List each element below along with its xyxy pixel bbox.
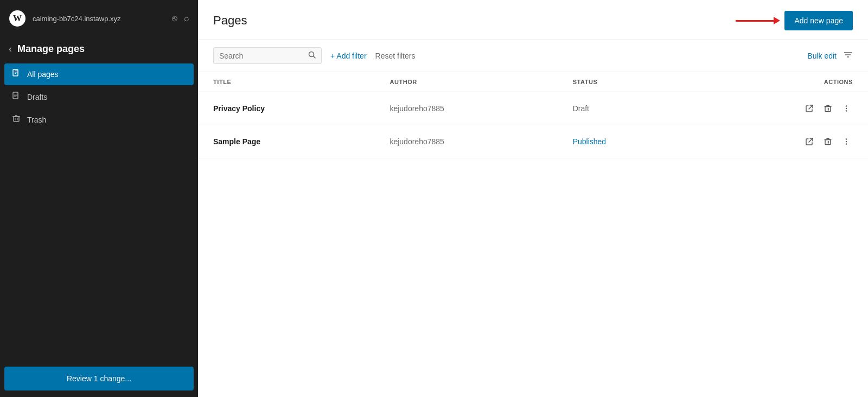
- table-row: Sample Page kejudoreho7885 Published: [198, 125, 868, 158]
- main-content: Pages Add new page + Add fi: [198, 0, 868, 397]
- sidebar-item-drafts[interactable]: Drafts: [4, 86, 194, 108]
- svg-rect-3: [15, 71, 17, 71]
- search-icon[interactable]: ⌕: [184, 14, 189, 23]
- col-status: STATUS: [558, 72, 695, 92]
- svg-text:W: W: [13, 14, 22, 23]
- red-arrow-annotation: [736, 17, 780, 24]
- sidebar: W calming-bb7c24.instawp.xyz ⎋ ⌕ ‹ Manag…: [0, 0, 198, 397]
- row-actions-0: [695, 92, 868, 125]
- more-btn-1[interactable]: [840, 135, 853, 148]
- col-title: TITLE: [198, 72, 374, 92]
- row-author-0: kejudoreho7885: [374, 92, 557, 125]
- site-url: calming-bb7c24.instawp.xyz: [33, 15, 165, 23]
- pages-icon: [11, 69, 22, 80]
- trash-icon: [11, 114, 22, 125]
- svg-point-35: [846, 138, 847, 139]
- all-pages-label: All pages: [27, 70, 59, 79]
- svg-rect-30: [825, 140, 831, 145]
- search-magnifier-icon: [308, 51, 316, 60]
- sidebar-header: W calming-bb7c24.instawp.xyz ⎋ ⌕: [0, 0, 198, 37]
- pages-table: TITLE AUTHOR STATUS ACTIONS Privacy Poli…: [198, 72, 868, 158]
- svg-rect-10: [14, 117, 19, 121]
- review-changes-button[interactable]: Review 1 change...: [4, 367, 194, 390]
- add-filter-button[interactable]: + Add filter: [330, 52, 367, 60]
- drafts-label: Drafts: [27, 93, 47, 101]
- svg-line-29: [809, 138, 813, 142]
- toolbar-right: Bulk edit: [807, 50, 853, 62]
- page-title: Pages: [213, 14, 247, 28]
- row-actions-1: [695, 125, 868, 158]
- svg-point-28: [846, 110, 847, 111]
- external-link-btn-0[interactable]: [803, 102, 816, 115]
- filter-icon[interactable]: [843, 50, 853, 62]
- external-link-icon[interactable]: ⎋: [172, 14, 177, 23]
- svg-rect-21: [825, 107, 831, 112]
- svg-line-16: [314, 56, 316, 59]
- sidebar-item-trash[interactable]: Trash: [4, 109, 194, 131]
- search-input[interactable]: [219, 52, 304, 60]
- row-author-1: kejudoreho7885: [374, 125, 557, 158]
- more-btn-0[interactable]: [840, 102, 853, 115]
- main-inner: Pages Add new page + Add fi: [198, 0, 868, 397]
- svg-rect-9: [14, 97, 16, 97]
- sidebar-title: Manage pages: [17, 43, 85, 55]
- arrow-head: [774, 17, 780, 24]
- back-button[interactable]: ‹: [9, 43, 12, 55]
- svg-point-36: [846, 141, 847, 142]
- col-actions: ACTIONS: [695, 72, 868, 92]
- add-new-page-button[interactable]: Add new page: [784, 11, 853, 30]
- sidebar-nav: All pages Drafts: [0, 63, 198, 360]
- page-header: Pages Add new page: [198, 0, 868, 40]
- sidebar-item-all-pages[interactable]: All pages: [4, 63, 194, 85]
- col-author: AUTHOR: [374, 72, 557, 92]
- external-link-btn-1[interactable]: [803, 135, 816, 148]
- svg-rect-2: [13, 69, 18, 76]
- row-status-1: Published: [558, 125, 695, 158]
- svg-point-27: [846, 108, 847, 109]
- drafts-icon: [11, 92, 22, 103]
- add-btn-wrapper: Add new page: [736, 11, 853, 30]
- table-header: TITLE AUTHOR STATUS ACTIONS: [198, 72, 868, 92]
- row-status-0: Draft: [558, 92, 695, 125]
- wordpress-logo: W: [9, 10, 26, 27]
- search-box[interactable]: [213, 47, 322, 64]
- svg-rect-4: [15, 72, 17, 73]
- delete-btn-1[interactable]: [821, 135, 834, 148]
- toolbar: + Add filter Reset filters Bulk edit: [198, 40, 868, 72]
- sidebar-title-row: ‹ Manage pages: [0, 37, 198, 63]
- header-icons: ⎋ ⌕: [172, 14, 189, 23]
- svg-rect-8: [14, 95, 17, 96]
- arrow-shaft: [736, 20, 774, 22]
- trash-label: Trash: [27, 116, 46, 124]
- delete-btn-0[interactable]: [821, 102, 834, 115]
- row-title-1: Sample Page: [198, 125, 374, 158]
- svg-rect-5: [15, 73, 16, 74]
- table-body: Privacy Policy kejudoreho7885 Draft: [198, 92, 868, 158]
- table-row: Privacy Policy kejudoreho7885 Draft: [198, 92, 868, 125]
- svg-line-20: [809, 105, 813, 109]
- svg-point-37: [846, 143, 847, 144]
- row-title-0: Privacy Policy: [198, 92, 374, 125]
- reset-filters-button[interactable]: Reset filters: [375, 52, 416, 60]
- sidebar-footer: Review 1 change...: [0, 360, 198, 397]
- bulk-edit-button[interactable]: Bulk edit: [807, 52, 837, 60]
- pages-table-container: TITLE AUTHOR STATUS ACTIONS Privacy Poli…: [198, 72, 868, 397]
- svg-point-26: [846, 105, 847, 106]
- svg-rect-7: [14, 94, 17, 94]
